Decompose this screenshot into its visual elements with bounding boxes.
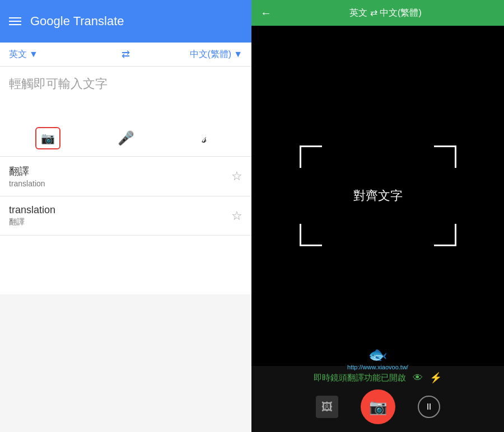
result-secondary-1: translation	[9, 179, 225, 188]
results-area: 翻譯 translation ☆ translation 翻譯 ☆	[0, 157, 251, 294]
microphone-icon: 🎤	[118, 130, 134, 146]
bracket-top-right	[434, 145, 456, 168]
camera-lang-label: 英文 ⇄ 中文(繁體)	[276, 7, 495, 19]
language-bar: 英文 ▼ ⇄ 中文(繁體) ▼	[0, 43, 251, 67]
status-row: 即時鏡頭翻譯功能已開啟 👁 ⚡	[260, 372, 495, 384]
eye-icon: 👁	[413, 372, 423, 384]
camera-header: ← 英文 ⇄ 中文(繁體)	[251, 0, 504, 26]
flash-off-icon[interactable]: ⚡	[430, 372, 442, 384]
camera-btn-box: 📷	[35, 127, 60, 149]
watermark-icon: 🐟	[347, 345, 408, 364]
bracket-bottom-left	[300, 224, 322, 246]
source-language-label: 英文	[9, 49, 27, 60]
shutter-button[interactable]: 📷	[361, 389, 395, 424]
source-dropdown-arrow: ▼	[29, 49, 38, 59]
align-text-label: 對齊文字	[353, 187, 403, 204]
gallery-icon: 🖼	[321, 401, 333, 414]
app-header: Google Translate	[0, 0, 251, 43]
handwriting-icon: 𝓈	[202, 130, 206, 146]
back-button[interactable]: ←	[260, 7, 272, 20]
result-item-2: translation 翻譯 ☆	[0, 196, 251, 236]
result-secondary-2: 翻譯	[9, 217, 225, 227]
bracket-bottom-right	[434, 224, 456, 246]
target-language-label: 中文(繁體)	[190, 49, 232, 60]
left-panel: Google Translate 英文 ▼ ⇄ 中文(繁體) ▼ 輕觸即可輸入文…	[0, 0, 251, 432]
camera-action-row: 🖼 📷 ⏸	[260, 389, 495, 424]
target-language-button[interactable]: 中文(繁體) ▼	[137, 49, 242, 60]
text-input-area[interactable]: 輕觸即可輸入文字	[0, 67, 251, 123]
result-text-block-2: translation 翻譯	[9, 204, 225, 227]
bottom-gray-area	[0, 294, 251, 432]
favorite-star-2[interactable]: ☆	[231, 209, 242, 223]
camera-bottom-bar: 即時鏡頭翻譯功能已開啟 👁 ⚡ 🖼 📷 ⏸	[251, 366, 504, 432]
camera-icon: 📷	[41, 132, 55, 145]
gallery-button[interactable]: 🖼	[316, 396, 338, 418]
result-item-1: 翻譯 translation ☆	[0, 157, 251, 196]
watermark-url: http://www.xiaovoo.tw/	[347, 364, 408, 370]
app-title: Google Translate	[30, 14, 124, 29]
hamburger-menu[interactable]	[9, 17, 21, 25]
voice-input-button[interactable]: 🎤	[87, 130, 165, 146]
viewfinder-brackets: 對齊文字	[300, 145, 456, 246]
target-dropdown-arrow: ▼	[234, 49, 242, 59]
handwriting-button[interactable]: 𝓈	[165, 130, 242, 146]
shutter-camera-icon: 📷	[369, 398, 387, 416]
watermark: 🐟 http://www.xiaovoo.tw/	[347, 345, 408, 370]
realtime-status-text: 即時鏡頭翻譯功能已開啟	[314, 373, 406, 383]
input-placeholder: 輕觸即可輸入文字	[9, 77, 108, 91]
result-text-block-1: 翻譯 translation	[9, 165, 225, 188]
result-primary-2: translation	[9, 204, 225, 216]
right-panel: ← 英文 ⇄ 中文(繁體) 對齊文字 🐟 http://www.xiaovoo.…	[251, 0, 504, 432]
pause-button[interactable]: ⏸	[418, 396, 440, 418]
bracket-top-left	[300, 145, 322, 168]
swap-languages-button[interactable]: ⇄	[115, 48, 137, 60]
pause-icon: ⏸	[424, 402, 433, 412]
source-language-button[interactable]: 英文 ▼	[9, 49, 115, 60]
input-toolbar: 📷 🎤 𝓈	[0, 123, 251, 157]
result-primary-1: 翻譯	[9, 165, 225, 178]
favorite-star-1[interactable]: ☆	[231, 169, 242, 184]
camera-viewfinder: 對齊文字	[251, 26, 504, 366]
camera-translate-button[interactable]: 📷	[9, 127, 87, 149]
